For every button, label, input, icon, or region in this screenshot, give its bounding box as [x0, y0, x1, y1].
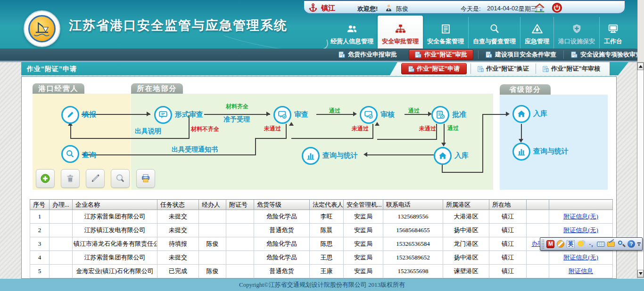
- edit-button[interactable]: [86, 169, 105, 188]
- table-cell: 未提交: [157, 224, 199, 237]
- halfwidth-moon-icon[interactable]: [576, 239, 586, 249]
- table-cell: [50, 237, 73, 251]
- prohibit-icon[interactable]: [556, 239, 565, 249]
- punctuation-icon[interactable]: ·,: [586, 239, 595, 249]
- security-shield-icon: [570, 23, 583, 35]
- subnav-construction-safety-review[interactable]: 建设项目安全条件审查: [478, 50, 563, 59]
- edge-label-pass-3: 通过: [447, 124, 459, 132]
- table-cell: [527, 265, 549, 278]
- operators-icon: [346, 23, 358, 35]
- flow-line: [444, 124, 445, 143]
- soft-keyboard-icon[interactable]: [596, 239, 606, 249]
- document-icon: [415, 51, 421, 58]
- arrowhead: [441, 143, 446, 146]
- table-cell: 龙门港区: [443, 237, 489, 251]
- table-cell: 陈晨: [310, 224, 344, 237]
- tab-cert-annual-review[interactable]: 作业“附证”年审核: [536, 64, 607, 74]
- table-cell: [226, 224, 254, 237]
- table-row[interactable]: 5金海宏业(镇江)石化有限公司已完成陈俊普通危货王康安监局1523655698谏…: [30, 265, 613, 278]
- column-header: 所属港区: [443, 200, 489, 210]
- subnav-facility-acceptance-review[interactable]: 安全设施专项验收审查: [563, 50, 644, 59]
- flow-node-fill-report: [61, 106, 79, 124]
- table-cell: [226, 251, 254, 265]
- record-link[interactable]: 附证信息(无): [563, 254, 598, 261]
- subnav-dangerous-goods-approval[interactable]: 危货作业申报审批: [331, 50, 404, 59]
- minimize-icon[interactable]: ▬▼: [636, 239, 641, 249]
- ime-language-bar[interactable]: M 英 ·, ? ▬▼: [540, 237, 643, 251]
- nav-tab-emergency[interactable]: 应急管理: [520, 17, 553, 48]
- document-icon: [571, 51, 578, 58]
- table-cell: [226, 237, 254, 251]
- table-cell: 扬中港区: [443, 224, 489, 237]
- nav-tab-safety-filing[interactable]: 安全备案管理: [423, 17, 468, 48]
- today-label: 今天是:: [461, 5, 481, 13]
- document-icon: [478, 66, 484, 72]
- table-cell: [226, 265, 254, 278]
- help-icon[interactable]: ?: [627, 239, 636, 249]
- table-row[interactable]: 3镇江市港龙石化港务有限责任公待填报陈俊危险化学品陈思安监局1532653658…: [30, 237, 613, 251]
- flow-line: [377, 139, 437, 140]
- table-cell: 1523655698: [383, 265, 443, 278]
- table-cell: 陈思: [310, 237, 344, 251]
- scroll-down-button[interactable]: [637, 270, 644, 277]
- inspection-search-icon: [488, 23, 501, 35]
- flow-node-approve: [431, 106, 449, 124]
- table-cell: 镇江: [489, 210, 527, 224]
- nav-tab-port-security[interactable]: 港口设施保安: [553, 17, 599, 48]
- node-label: 查询与统计: [533, 147, 569, 156]
- node-label: 查询与统计: [322, 151, 358, 160]
- table-cell: [50, 265, 73, 278]
- arrowhead: [353, 112, 357, 116]
- table-cell: 大港港区: [443, 210, 489, 224]
- flow-line: [71, 138, 190, 139]
- table-cell: 谏壁港区: [443, 265, 489, 278]
- toolbox-icon[interactable]: [606, 239, 616, 249]
- add-button[interactable]: [36, 169, 55, 188]
- flow-node-query: [61, 145, 79, 163]
- table-row[interactable]: 4江苏索普集团有限公司未提交危险化学品王思安监局15236589652扬中港区镇…: [30, 251, 613, 265]
- table-row[interactable]: 1江苏索普集团有限公司未提交危险化学品李旺安监局1325689556大港港区镇江…: [30, 210, 613, 224]
- tab-cert-apply[interactable]: 作业“附证”申请: [401, 63, 467, 74]
- record-link[interactable]: 附证信息(无): [563, 213, 598, 220]
- tab-cert-renew[interactable]: 作业“附证”换证: [471, 64, 536, 74]
- scroll-up-button[interactable]: [637, 63, 644, 70]
- table-cell: [199, 224, 226, 237]
- ime-search-icon[interactable]: [617, 239, 626, 249]
- delete-button[interactable]: [61, 169, 80, 188]
- node-label: 审查: [294, 110, 308, 119]
- ime-logo-icon[interactable]: M: [546, 239, 555, 249]
- table-cell: 安监局: [344, 251, 383, 265]
- nav-tab-self-inspection[interactable]: 自查与督查管理: [468, 17, 520, 48]
- record-link[interactable]: 附证信息: [569, 267, 593, 275]
- flow-line: [255, 138, 256, 155]
- print-button[interactable]: [136, 169, 155, 188]
- node-label: 入库: [454, 151, 469, 160]
- grip-handle[interactable]: [541, 239, 545, 249]
- subnav-attached-cert-approval[interactable]: 作业“附证”审批: [409, 49, 473, 60]
- flow-node-province-warehouse: [512, 105, 530, 123]
- english-mode-icon[interactable]: 英: [566, 239, 576, 249]
- flow-node-audit: [360, 106, 378, 124]
- edge-label-material-missing: 材料不齐全: [191, 125, 219, 133]
- node-label: 形式审查: [175, 110, 203, 119]
- audit-check-icon: [363, 110, 374, 120]
- nav-tab-safety-approval[interactable]: 安全审批管理: [378, 16, 423, 48]
- record-link[interactable]: 附证信息(无): [563, 226, 598, 234]
- table-cell: 危险化学品: [254, 237, 310, 251]
- table-cell: [527, 210, 549, 224]
- top-bar: 镇江 欢迎您! 陈俊 今天是: 2014-04-02 星期三: [304, 0, 625, 14]
- table-row[interactable]: 2江苏镇江发电有限公司未提交普通危货陈晨安监局15685684655扬中港区镇江…: [30, 224, 613, 237]
- home-icon[interactable]: [534, 2, 545, 13]
- table-cell: 15326536584: [383, 237, 443, 251]
- city-label: 镇江: [321, 4, 335, 13]
- table-cell: 未提交: [157, 210, 199, 224]
- nav-tab-operators[interactable]: 经营人信息管理: [326, 17, 378, 48]
- search-button[interactable]: [111, 169, 130, 188]
- nav-tab-workbench[interactable]: 工作台: [599, 17, 627, 48]
- column-header: 经办人: [199, 200, 226, 210]
- node-label: 查询: [82, 151, 96, 160]
- flow-line: [85, 154, 255, 155]
- column-header: 办理...: [50, 200, 73, 210]
- power-logout-icon[interactable]: [552, 2, 562, 13]
- column-header: [549, 200, 613, 210]
